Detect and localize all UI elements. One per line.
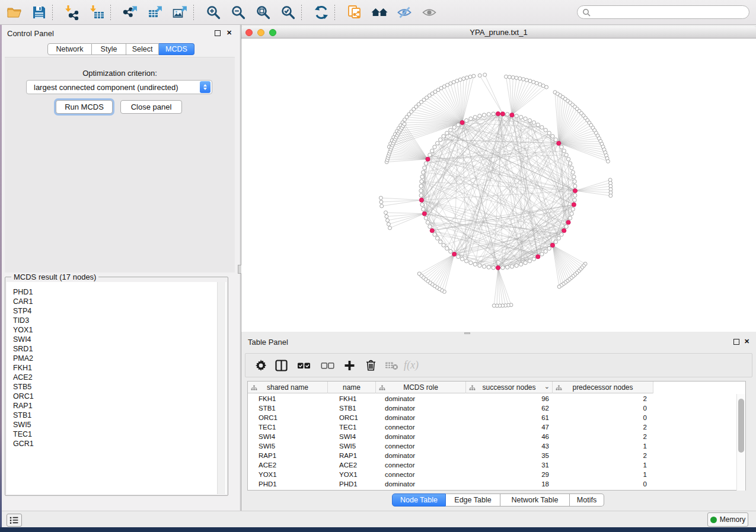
save-session-icon[interactable] bbox=[31, 4, 47, 21]
run-mcds-button[interactable]: Run MCDS bbox=[56, 100, 113, 114]
cell[interactable]: dominator bbox=[376, 403, 466, 413]
mcds-result-item[interactable]: STB5 bbox=[7, 382, 227, 392]
cell[interactable]: 29 bbox=[466, 470, 553, 479]
cell[interactable]: YOX1 bbox=[328, 470, 376, 479]
table-row[interactable]: RAP1RAP1dominator352 bbox=[248, 451, 736, 460]
column-header-MCDS-role[interactable]: MCDS role bbox=[376, 382, 466, 393]
delete-table-icon[interactable] bbox=[385, 360, 398, 371]
table-row[interactable]: FKH1FKH1dominator962 bbox=[248, 394, 736, 403]
cell[interactable]: connector bbox=[376, 422, 466, 432]
tab-select[interactable]: Select bbox=[126, 43, 159, 55]
create-column-icon[interactable] bbox=[344, 360, 355, 371]
table-row[interactable]: STB1STB1dominator620 bbox=[248, 403, 736, 413]
cell[interactable]: ACE2 bbox=[328, 460, 376, 470]
table-row[interactable]: SWI5SWI5connector431 bbox=[248, 441, 736, 451]
column-header-predecessor-nodes[interactable]: predecessor nodes bbox=[553, 382, 653, 393]
cell[interactable]: RAP1 bbox=[248, 451, 328, 460]
cell[interactable]: dominator bbox=[376, 479, 466, 489]
cell[interactable]: 96 bbox=[466, 394, 553, 403]
column-header-shared-name[interactable]: shared name bbox=[248, 382, 328, 393]
open-file-icon[interactable] bbox=[6, 4, 23, 21]
cell[interactable]: 2 bbox=[553, 422, 653, 432]
table-scrollbar-thumb[interactable] bbox=[738, 399, 744, 453]
cell[interactable]: RAP1 bbox=[328, 451, 376, 460]
gear-icon[interactable] bbox=[255, 360, 267, 371]
mcds-result-item[interactable]: RAP1 bbox=[7, 401, 227, 411]
cell[interactable]: 2 bbox=[553, 432, 653, 441]
cell[interactable]: 2 bbox=[553, 451, 653, 460]
cell[interactable]: 0 bbox=[553, 413, 653, 422]
table-row[interactable]: YOX1YOX1connector291 bbox=[248, 470, 736, 479]
mcds-result-item[interactable]: SWI5 bbox=[7, 420, 227, 430]
mcds-list-scrollbar[interactable] bbox=[217, 282, 225, 494]
table-row[interactable]: ORC1ORC1dominator610 bbox=[248, 413, 736, 422]
cell[interactable]: STB1 bbox=[248, 403, 328, 413]
cell[interactable]: dominator bbox=[376, 394, 466, 403]
export-image-icon[interactable] bbox=[172, 4, 189, 21]
zoom-selected-icon[interactable] bbox=[280, 4, 296, 21]
mcds-result-item[interactable]: SWI4 bbox=[7, 335, 227, 344]
mcds-result-item[interactable]: STP4 bbox=[7, 306, 227, 316]
cell[interactable]: SWI5 bbox=[328, 441, 376, 451]
cell[interactable]: FKH1 bbox=[328, 394, 376, 403]
mcds-result-item[interactable]: ACE2 bbox=[7, 373, 227, 382]
export-network-icon[interactable] bbox=[122, 4, 139, 21]
table-row[interactable]: TEC1TEC1connector472 bbox=[248, 422, 736, 432]
table-row[interactable]: ACE2ACE2connector311 bbox=[248, 460, 736, 470]
cell[interactable]: PHD1 bbox=[248, 479, 328, 489]
task-history-button[interactable] bbox=[7, 514, 22, 527]
close-panel-button[interactable]: Close panel bbox=[120, 100, 182, 114]
mcds-result-item[interactable]: TEC1 bbox=[7, 430, 227, 439]
cell[interactable]: SWI4 bbox=[248, 432, 328, 441]
cell[interactable]: dominator bbox=[376, 451, 466, 460]
function-builder-icon[interactable]: f(x) bbox=[404, 359, 419, 371]
mcds-result-item[interactable]: PHD1 bbox=[7, 287, 227, 297]
cell[interactable]: SWI5 bbox=[248, 441, 328, 451]
cell[interactable]: 47 bbox=[466, 422, 553, 432]
tab-motifs[interactable]: Motifs bbox=[570, 493, 604, 507]
memory-button[interactable]: Memory bbox=[707, 512, 748, 527]
tab-style[interactable]: Style bbox=[92, 43, 126, 55]
cell[interactable]: 31 bbox=[466, 460, 553, 470]
cell[interactable]: YOX1 bbox=[248, 470, 328, 479]
cell[interactable]: ACE2 bbox=[248, 460, 328, 470]
cell[interactable]: dominator bbox=[376, 413, 466, 422]
close-panel-icon[interactable]: ✕ bbox=[227, 29, 232, 37]
mcds-result-item[interactable]: FKH1 bbox=[7, 363, 227, 373]
network-canvas[interactable] bbox=[241, 39, 756, 332]
mcds-result-item[interactable]: STB1 bbox=[7, 411, 227, 420]
cell[interactable]: SWI4 bbox=[328, 432, 376, 441]
mcds-result-item[interactable]: SRD1 bbox=[7, 344, 227, 354]
cell[interactable]: 0 bbox=[553, 479, 653, 489]
cell[interactable]: 18 bbox=[466, 479, 553, 489]
column-header-name[interactable]: name bbox=[328, 382, 376, 393]
cell[interactable]: 62 bbox=[466, 403, 553, 413]
network-window-titlebar[interactable]: YPA_prune.txt_1 bbox=[241, 26, 756, 39]
float-panel-icon[interactable] bbox=[215, 30, 221, 36]
clone-network-icon[interactable] bbox=[346, 4, 363, 21]
cell[interactable]: 1 bbox=[553, 470, 653, 479]
cell[interactable]: TEC1 bbox=[248, 422, 328, 432]
sort-desc-icon[interactable]: ⌄ bbox=[544, 383, 550, 390]
cell[interactable]: FKH1 bbox=[248, 394, 328, 403]
mcds-result-list[interactable]: PHD1CAR1STP4TID3YOX1SWI4SRD1PMA2FKH1ACE2… bbox=[7, 282, 227, 494]
columns-icon[interactable] bbox=[275, 360, 288, 371]
select-all-icon[interactable] bbox=[297, 360, 311, 371]
tab-network[interactable]: Network bbox=[47, 43, 92, 55]
delete-column-icon[interactable] bbox=[365, 359, 377, 371]
cell[interactable]: ORC1 bbox=[328, 413, 376, 422]
cell[interactable]: connector bbox=[376, 460, 466, 470]
mcds-result-item[interactable]: PMA2 bbox=[7, 354, 227, 363]
cell[interactable]: 2 bbox=[553, 394, 653, 403]
cell[interactable]: 43 bbox=[466, 441, 553, 451]
mcds-result-item[interactable]: CAR1 bbox=[7, 297, 227, 306]
export-table-icon[interactable] bbox=[147, 4, 164, 21]
search-box[interactable] bbox=[577, 5, 749, 19]
tab-edge-table[interactable]: Edge Table bbox=[446, 493, 500, 507]
table-row[interactable]: SWI4SWI4dominator462 bbox=[248, 432, 736, 441]
cell[interactable]: dominator bbox=[376, 432, 466, 441]
cell[interactable]: TEC1 bbox=[328, 422, 376, 432]
hide-selected-icon[interactable] bbox=[396, 4, 413, 21]
mcds-result-item[interactable]: YOX1 bbox=[7, 325, 227, 335]
show-all-icon[interactable] bbox=[421, 4, 438, 21]
